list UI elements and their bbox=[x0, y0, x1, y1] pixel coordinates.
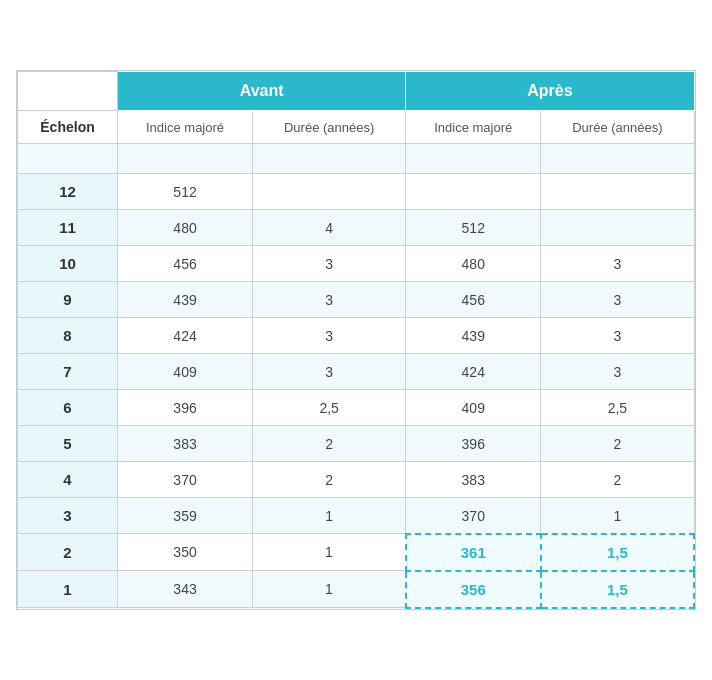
avant-header: Avant bbox=[118, 72, 406, 111]
table-row: 335913701 bbox=[18, 498, 695, 534]
indice-avant-value: 350 bbox=[118, 534, 253, 571]
duree-apres-value: 3 bbox=[541, 354, 694, 390]
echelon-value: 1 bbox=[18, 571, 118, 608]
table-row: 134313561,5 bbox=[18, 571, 695, 608]
echelon-value: 6 bbox=[18, 390, 118, 426]
duree-apres-value: 3 bbox=[541, 318, 694, 354]
indice-avant-value: 512 bbox=[118, 174, 253, 210]
header-row-2: Échelon Indice majoré Durée (années) Ind… bbox=[18, 111, 695, 144]
indice-apres-value: 396 bbox=[406, 426, 541, 462]
duree-avant-value: 1 bbox=[253, 498, 406, 534]
indice-apres-value: 424 bbox=[406, 354, 541, 390]
echelon-value: 5 bbox=[18, 426, 118, 462]
duree-avant-value: 2,5 bbox=[253, 390, 406, 426]
indice-apres-value: 480 bbox=[406, 246, 541, 282]
indice-apres-value: 409 bbox=[406, 390, 541, 426]
duree-avant-value: 3 bbox=[253, 246, 406, 282]
echelon-value: 11 bbox=[18, 210, 118, 246]
indice-apres-value: 356 bbox=[406, 571, 541, 608]
duree-avant-value: 1 bbox=[253, 534, 406, 571]
apres-header: Après bbox=[406, 72, 694, 111]
table-row: 842434393 bbox=[18, 318, 695, 354]
echelon-value: 8 bbox=[18, 318, 118, 354]
table-body: 1251211480451210456348039439345638424343… bbox=[18, 144, 695, 608]
duree-avant-value: 3 bbox=[253, 318, 406, 354]
duree-avant-value bbox=[253, 174, 406, 210]
table-row bbox=[18, 144, 695, 174]
duree-apres-value bbox=[541, 210, 694, 246]
indice-apres-value bbox=[406, 174, 541, 210]
table-row: 437023832 bbox=[18, 462, 695, 498]
indice-avant-value: 480 bbox=[118, 210, 253, 246]
indice-avant-value: 370 bbox=[118, 462, 253, 498]
table-row: 740934243 bbox=[18, 354, 695, 390]
echelon-value: 9 bbox=[18, 282, 118, 318]
duree-apres-value: 3 bbox=[541, 282, 694, 318]
duree-avant-value: 2 bbox=[253, 462, 406, 498]
table-row: 1045634803 bbox=[18, 246, 695, 282]
table-row: 114804512 bbox=[18, 210, 695, 246]
echelon-value: 3 bbox=[18, 498, 118, 534]
duree-apres-header: Durée (années) bbox=[541, 111, 694, 144]
echelon-value: 4 bbox=[18, 462, 118, 498]
duree-avant-value: 3 bbox=[253, 282, 406, 318]
comparison-table: Avant Après Échelon Indice majoré Durée … bbox=[17, 71, 695, 609]
header-row-1: Avant Après bbox=[18, 72, 695, 111]
indice-apres-value: 439 bbox=[406, 318, 541, 354]
duree-apres-value: 2 bbox=[541, 426, 694, 462]
echelon-value: 12 bbox=[18, 174, 118, 210]
indice-apres-value: 361 bbox=[406, 534, 541, 571]
duree-avant-value: 4 bbox=[253, 210, 406, 246]
echelon-value: 7 bbox=[18, 354, 118, 390]
indice-avant-value: 343 bbox=[118, 571, 253, 608]
indice-apres-value: 370 bbox=[406, 498, 541, 534]
echelon-value: 10 bbox=[18, 246, 118, 282]
echelon-value: 2 bbox=[18, 534, 118, 571]
duree-apres-value: 2,5 bbox=[541, 390, 694, 426]
indice-avant-value: 424 bbox=[118, 318, 253, 354]
duree-apres-value: 1,5 bbox=[541, 534, 694, 571]
indice-apres-value: 383 bbox=[406, 462, 541, 498]
table-row: 63962,54092,5 bbox=[18, 390, 695, 426]
table-row: 235013611,5 bbox=[18, 534, 695, 571]
duree-avant-value: 3 bbox=[253, 354, 406, 390]
table-row: 943934563 bbox=[18, 282, 695, 318]
duree-avant-header: Durée (années) bbox=[253, 111, 406, 144]
table-row: 12512 bbox=[18, 174, 695, 210]
indice-apres-value: 512 bbox=[406, 210, 541, 246]
duree-avant-value: 2 bbox=[253, 426, 406, 462]
indice-avant-value: 409 bbox=[118, 354, 253, 390]
duree-apres-value bbox=[541, 174, 694, 210]
indice-avant-value: 439 bbox=[118, 282, 253, 318]
duree-apres-value: 1,5 bbox=[541, 571, 694, 608]
indice-avant-header: Indice majoré bbox=[118, 111, 253, 144]
indice-avant-value: 396 bbox=[118, 390, 253, 426]
table-row: 538323962 bbox=[18, 426, 695, 462]
main-table-wrapper: Avant Après Échelon Indice majoré Durée … bbox=[16, 70, 696, 610]
echelon-col-header: Échelon bbox=[18, 111, 118, 144]
echelon-header-empty bbox=[18, 72, 118, 111]
duree-apres-value: 3 bbox=[541, 246, 694, 282]
duree-apres-value: 2 bbox=[541, 462, 694, 498]
indice-apres-header: Indice majoré bbox=[406, 111, 541, 144]
indice-apres-value: 456 bbox=[406, 282, 541, 318]
indice-avant-value: 383 bbox=[118, 426, 253, 462]
duree-apres-value: 1 bbox=[541, 498, 694, 534]
indice-avant-value: 359 bbox=[118, 498, 253, 534]
indice-avant-value: 456 bbox=[118, 246, 253, 282]
duree-avant-value: 1 bbox=[253, 571, 406, 608]
